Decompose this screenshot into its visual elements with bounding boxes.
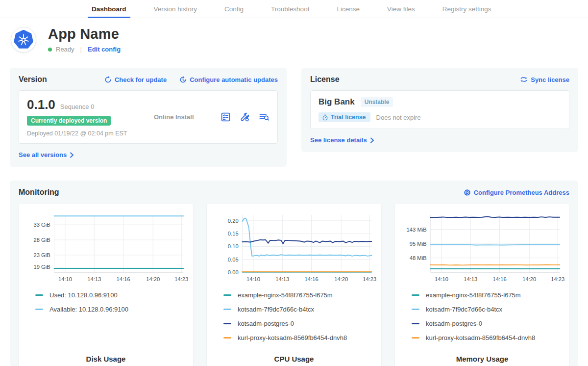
- deployed-timestamp: Deployed 01/19/22 @ 02:04 pm EST: [27, 130, 127, 137]
- legend-label: Available: 10.128.0.96:9100: [49, 306, 128, 313]
- version-number: 0.1.0: [27, 97, 55, 112]
- chart-title: CPU Usage: [212, 355, 376, 365]
- legend-swatch: [35, 294, 43, 296]
- license-panel: License Sync license Big Bank Unstable T…: [301, 68, 578, 152]
- svg-text:0.20: 0.20: [228, 218, 239, 224]
- gear-icon: [464, 189, 471, 196]
- svg-text:14:16: 14:16: [305, 276, 318, 282]
- tab-dashboard[interactable]: Dashboard: [91, 0, 127, 18]
- version-panel-title: Version: [19, 75, 47, 84]
- tab-version-history[interactable]: Version history: [153, 0, 198, 18]
- sync-license-link[interactable]: Sync license: [520, 76, 569, 83]
- legend-item: kotsadm-7f9dc7d66c-b4tcx: [223, 306, 376, 313]
- tab-view-files[interactable]: View files: [386, 0, 416, 18]
- legend-swatch: [412, 309, 419, 310]
- svg-text:95 MiB: 95 MiB: [410, 241, 427, 247]
- legend-label: kotsadm-7f9dc7d66c-b4tcx: [238, 306, 314, 313]
- legend-swatch: [223, 309, 231, 310]
- preflight-checks-button[interactable]: [220, 112, 231, 122]
- configure-automatic-updates-link[interactable]: Configure automatic updates: [179, 76, 278, 83]
- legend-label: kurl-proxy-kotsadm-8569fb6454-dnvh8: [426, 334, 535, 341]
- preflight-checklist-icon: [220, 112, 231, 122]
- legend-item: Available: 10.128.0.96:9100: [35, 306, 188, 313]
- page-title: App Name: [48, 26, 121, 42]
- legend-item: Used: 10.128.0.96:9100: [35, 291, 188, 299]
- kubernetes-logo-icon: [14, 30, 33, 50]
- status-text: Ready: [56, 46, 74, 53]
- config-wrench-icon: [240, 112, 250, 122]
- svg-text:23 GiB: 23 GiB: [33, 252, 50, 258]
- configure-prometheus-link[interactable]: Configure Prometheus Address: [464, 189, 569, 196]
- license-details-card: Big Bank Unstable Trial license Does not…: [310, 90, 569, 129]
- see-license-details-link[interactable]: See license details: [310, 136, 374, 144]
- svg-text:14:20: 14:20: [334, 276, 348, 282]
- svg-text:0.10: 0.10: [228, 243, 239, 249]
- svg-text:33 GiB: 33 GiB: [33, 222, 50, 228]
- license-expiry: Does not expire: [376, 114, 421, 121]
- legend-swatch: [412, 323, 419, 324]
- tab-license[interactable]: License: [336, 0, 361, 18]
- svg-text:14:23: 14:23: [551, 276, 564, 282]
- check-for-update-link[interactable]: Check for update: [104, 76, 167, 83]
- tab-config[interactable]: Config: [223, 0, 245, 18]
- install-type-label: Online Install: [154, 113, 194, 121]
- status-dot: [48, 48, 52, 52]
- legend-item: kotsadm-postgres-0: [412, 320, 564, 327]
- chart-title: Disk Usage: [24, 355, 188, 365]
- app-logo: [11, 27, 36, 52]
- legend-swatch: [223, 294, 231, 296]
- chart-legend: Used: 10.128.0.96:9100Available: 10.128.…: [35, 291, 188, 313]
- tab-registry-settings[interactable]: Registry settings: [441, 0, 492, 18]
- svg-text:48 MiB: 48 MiB: [410, 255, 427, 261]
- version-sequence: Sequence 0: [60, 103, 94, 110]
- svg-text:14:13: 14:13: [464, 276, 477, 282]
- refresh-icon: [104, 76, 112, 83]
- legend-item: kurl-proxy-kotsadm-8569fb6454-dnvh8: [412, 334, 564, 341]
- edit-config-link[interactable]: Edit config: [88, 46, 121, 53]
- channel-badge: Unstable: [361, 97, 393, 107]
- legend-label: kotsadm-postgres-0: [238, 320, 294, 327]
- chart-legend: example-nginx-54f8f76755-l675mkotsadm-7f…: [223, 291, 376, 341]
- legend-label: kotsadm-7f9dc7d66c-b4tcx: [426, 306, 502, 313]
- chart-card-cpu: 0.000.050.100.150.2014:1014:1314:1614:20…: [207, 204, 381, 366]
- chevron-right-icon: [70, 152, 74, 158]
- chart-card-disk: 19 GiB23 GiB28 GiB33 GiB14:1014:1314:161…: [19, 204, 193, 366]
- current-version-card: 0.1.0 Sequence 0 Currently deployed vers…: [19, 90, 278, 144]
- svg-text:14:23: 14:23: [363, 276, 376, 282]
- svg-text:143 MiB: 143 MiB: [407, 227, 427, 233]
- deploy-logs-button[interactable]: [259, 112, 270, 122]
- version-panel: Version Check for update Configure autom…: [10, 68, 287, 167]
- svg-text:14:13: 14:13: [275, 276, 289, 282]
- svg-text:19 GiB: 19 GiB: [33, 264, 50, 270]
- svg-text:14:10: 14:10: [58, 276, 72, 282]
- svg-text:14:16: 14:16: [117, 276, 130, 282]
- cpu-chart: 0.000.050.100.150.2014:1014:1314:1614:20…: [212, 211, 376, 284]
- license-name: Big Bank: [318, 97, 355, 107]
- tab-troubleshoot[interactable]: Troubleshoot: [270, 0, 310, 18]
- svg-text:28 GiB: 28 GiB: [33, 237, 50, 243]
- edit-config-version-button[interactable]: [240, 112, 250, 122]
- license-panel-title: License: [310, 75, 340, 84]
- legend-label: example-nginx-54f8f76755-l675m: [238, 291, 333, 299]
- deployed-badge: Currently deployed version: [27, 116, 111, 126]
- svg-text:14:23: 14:23: [174, 276, 188, 282]
- legend-item: kotsadm-postgres-0: [223, 320, 376, 327]
- svg-text:0.00: 0.00: [228, 269, 239, 275]
- logs-search-icon: [259, 112, 270, 122]
- see-all-versions-link[interactable]: See all versions: [19, 151, 74, 158]
- legend-label: kurl-proxy-kotsadm-8569fb6454-dnvh8: [238, 334, 347, 341]
- legend-swatch: [35, 309, 43, 310]
- svg-text:14:13: 14:13: [87, 276, 101, 282]
- chevron-right-icon: [370, 137, 374, 143]
- svg-text:0.15: 0.15: [228, 231, 239, 236]
- monitoring-panel: Monitoring Configure Prometheus Address …: [10, 181, 578, 366]
- top-nav: DashboardVersion historyConfigTroublesho…: [0, 0, 588, 18]
- legend-swatch: [412, 337, 419, 339]
- schedule-update-icon: [179, 76, 187, 83]
- legend-item: example-nginx-54f8f76755-l675m: [223, 291, 376, 299]
- app-header: App Name Ready | Edit config: [0, 18, 588, 53]
- kubernetes-wheel-icon: [17, 33, 30, 46]
- legend-swatch: [223, 323, 231, 324]
- svg-text:14:10: 14:10: [435, 276, 448, 282]
- legend-label: Used: 10.128.0.96:9100: [49, 291, 118, 299]
